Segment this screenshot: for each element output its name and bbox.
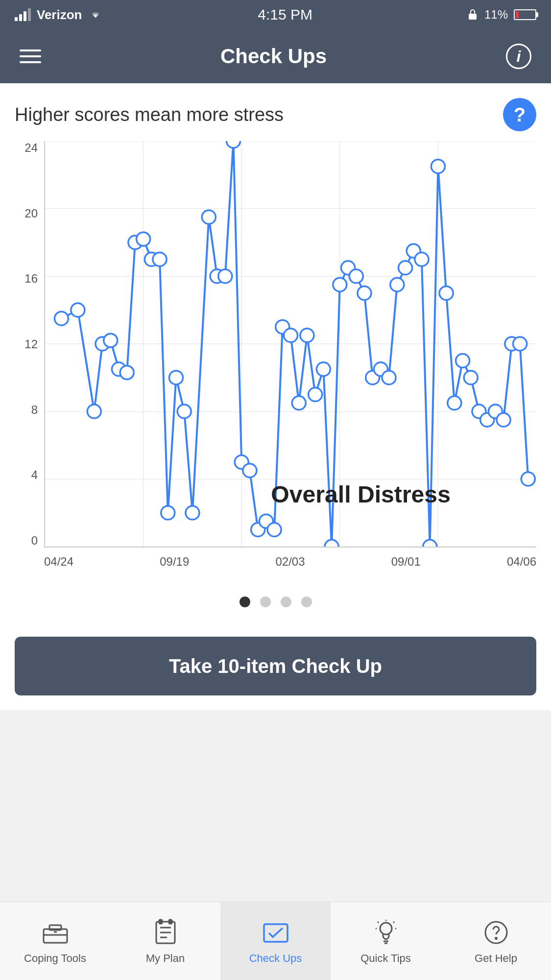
tab-coping-tools-label: Coping Tools (24, 952, 86, 965)
y-label-12: 12 (24, 337, 38, 351)
x-label-1: 09/19 (160, 555, 189, 569)
svg-rect-78 (264, 924, 287, 942)
svg-point-43 (333, 278, 347, 291)
svg-rect-69 (49, 925, 61, 930)
carrier-label: Verizon (37, 7, 82, 23)
page-title: Check Ups (220, 45, 327, 68)
status-left: Verizon (15, 7, 103, 23)
tab-coping-tools[interactable]: Coping Tools (0, 902, 110, 980)
nav-bar: Check Ups i (0, 29, 551, 83)
svg-point-35 (267, 523, 281, 537)
question-icon: ? (514, 104, 526, 126)
pagination-dots (15, 582, 536, 617)
tab-get-help-label: Get Help (475, 952, 517, 965)
svg-point-29 (218, 269, 232, 283)
x-label-2: 02/03 (275, 555, 305, 569)
help-circle-icon (481, 918, 511, 947)
svg-point-55 (431, 160, 445, 173)
toolbox-icon (41, 918, 70, 947)
y-label-20: 20 (24, 207, 38, 220)
tab-check-ups-label: Check Ups (249, 952, 302, 965)
svg-point-88 (495, 937, 497, 939)
x-axis: 04/24 09/19 02/03 09/01 04/06 (44, 550, 536, 582)
svg-point-22 (153, 253, 167, 266)
svg-point-54 (423, 540, 437, 547)
svg-point-50 (390, 278, 404, 291)
y-label-4: 4 (31, 468, 38, 482)
checkups-icon (261, 918, 290, 947)
tab-quick-tips[interactable]: Quick Tips (331, 902, 441, 980)
svg-point-12 (54, 311, 68, 325)
y-label-8: 8 (31, 403, 38, 417)
pagination-dot-3[interactable] (301, 597, 312, 607)
svg-rect-68 (44, 929, 67, 943)
svg-point-46 (358, 287, 371, 300)
svg-point-49 (382, 371, 396, 384)
svg-point-38 (292, 396, 306, 410)
chart-container: 24 20 16 12 8 4 0 (15, 141, 536, 582)
take-checkup-button[interactable]: Take 10-item Check Up (15, 637, 536, 695)
menu-button[interactable] (20, 49, 41, 63)
tab-quick-tips-label: Quick Tips (360, 952, 411, 965)
svg-point-53 (415, 253, 429, 266)
cta-section: Take 10-item Check Up (0, 627, 551, 710)
pagination-dot-1[interactable] (260, 597, 271, 607)
tab-my-plan[interactable]: My Plan (110, 902, 220, 980)
wifi-icon (88, 9, 103, 21)
lock-icon (467, 8, 479, 22)
svg-line-83 (378, 922, 379, 923)
tab-get-help[interactable]: Get Help (441, 902, 551, 980)
battery-percent-label: 11% (484, 8, 508, 22)
svg-point-59 (464, 371, 478, 384)
x-label-3: 09/01 (391, 555, 421, 569)
svg-point-56 (439, 287, 453, 300)
svg-rect-77 (169, 920, 172, 924)
svg-point-45 (349, 269, 363, 283)
svg-point-23 (161, 506, 175, 520)
chart-area: Overall Distress (44, 141, 536, 548)
plan-icon (151, 918, 180, 947)
svg-point-42 (325, 540, 338, 547)
svg-point-37 (284, 329, 297, 342)
status-bar: Verizon 4:15 PM 11% (0, 0, 551, 29)
svg-point-25 (177, 405, 191, 418)
y-label-24: 24 (24, 141, 38, 155)
pagination-dot-2[interactable] (281, 597, 291, 607)
svg-point-58 (456, 354, 470, 368)
svg-point-26 (186, 506, 199, 520)
svg-point-65 (513, 337, 527, 351)
svg-text:Overall Distress: Overall Distress (271, 481, 451, 507)
svg-point-20 (137, 232, 150, 246)
status-time: 4:15 PM (258, 6, 312, 23)
tab-my-plan-label: My Plan (146, 952, 185, 965)
info-button[interactable]: i (506, 44, 531, 69)
svg-point-51 (398, 261, 412, 275)
tab-bar: Coping Tools My Plan Check Ups (0, 902, 551, 980)
svg-point-40 (309, 388, 322, 402)
svg-point-24 (169, 371, 183, 384)
y-axis: 24 20 16 12 8 4 0 (15, 141, 42, 548)
svg-point-39 (300, 329, 314, 342)
help-button[interactable]: ? (503, 98, 536, 131)
svg-rect-0 (469, 14, 477, 20)
svg-point-30 (226, 141, 240, 148)
svg-point-13 (71, 303, 85, 317)
svg-point-16 (104, 334, 118, 347)
y-label-0: 0 (31, 534, 38, 548)
svg-point-63 (497, 413, 510, 427)
battery-icon (514, 9, 536, 20)
tab-check-ups[interactable]: Check Ups (220, 902, 331, 980)
svg-rect-76 (159, 920, 162, 924)
bulb-icon (371, 918, 401, 947)
main-content: Higher scores mean more stress ? 24 20 1… (0, 83, 551, 627)
pagination-dot-0[interactable] (240, 597, 250, 607)
y-label-16: 16 (24, 272, 38, 286)
info-icon: i (517, 48, 521, 66)
svg-point-18 (120, 366, 134, 380)
chart-header: Higher scores mean more stress ? (15, 98, 536, 131)
x-label-4: 04/06 (507, 555, 536, 569)
svg-point-27 (202, 210, 216, 224)
signal-icon (15, 8, 31, 21)
status-right: 11% (467, 8, 536, 22)
chart-subtitle: Higher scores mean more stress (15, 104, 284, 125)
